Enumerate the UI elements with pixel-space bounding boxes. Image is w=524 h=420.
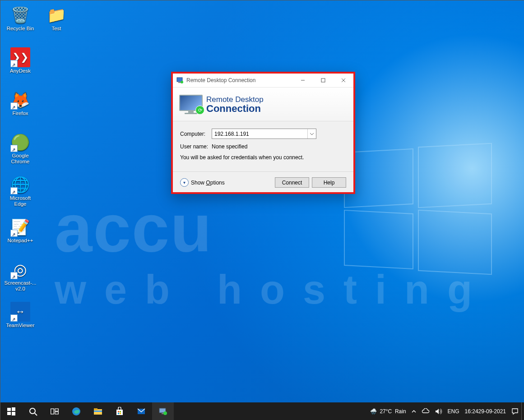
minimize-button[interactable]	[292, 74, 313, 87]
chevron-down-icon: ▾	[180, 178, 189, 187]
svg-rect-13	[51, 409, 54, 414]
svg-rect-14	[55, 409, 58, 411]
teamviewer-icon: ↔	[10, 302, 30, 322]
firefox-label: Firefox	[12, 111, 28, 116]
remote-desktop-connection-window: Remote Desktop Connection ⟳ Remote Deskt…	[171, 72, 355, 194]
desktop-icon-anydesk[interactable]: ❯❯AnyDesk	[3, 47, 37, 83]
screencast-icon: ◎	[10, 259, 30, 279]
svg-rect-24	[120, 413, 121, 414]
clock-time: 16:24	[465, 408, 478, 415]
firefox-icon: 🦊	[10, 90, 30, 110]
tray-clock[interactable]: 16:24 29-09-2021	[462, 402, 509, 420]
svg-rect-10	[12, 412, 15, 415]
tray-language[interactable]: ENG	[445, 402, 462, 420]
search-button[interactable]	[22, 402, 44, 420]
desktop-icon-notepadpp[interactable]: 📝Notepad++	[3, 217, 37, 253]
tray-onedrive-icon[interactable]	[419, 402, 432, 420]
tray-overflow-button[interactable]	[409, 402, 419, 420]
svg-point-11	[30, 408, 35, 414]
windows-logo-wallpaper	[344, 145, 493, 271]
weather-temp: 27°C	[380, 408, 392, 415]
show-options-label: Show Options	[191, 180, 225, 186]
taskbar-app-rdc[interactable]	[152, 402, 174, 420]
anydesk-icon: ❯❯	[10, 47, 30, 67]
desktop-icon-recycle-bin[interactable]: 🗑️Recycle Bin	[3, 5, 37, 41]
computer-label: Computer:	[180, 131, 212, 137]
svg-rect-23	[118, 413, 119, 414]
chrome-label: Google Chrome	[4, 153, 37, 165]
help-button[interactable]: Help	[312, 177, 346, 188]
credentials-hint: You will be asked for credentials when y…	[180, 154, 346, 161]
rdc-app-icon	[176, 77, 184, 84]
svg-rect-9	[7, 412, 11, 415]
edge-icon: 🌐	[10, 175, 30, 194]
show-options-toggle[interactable]: ▾ Show Options	[180, 178, 225, 187]
tray-volume-icon[interactable]	[432, 402, 445, 420]
banner-line2: Connection	[206, 104, 264, 113]
svg-rect-8	[12, 407, 15, 411]
connect-button[interactable]: Connect	[275, 177, 309, 188]
username-label: User name:	[180, 143, 212, 150]
notepadpp-icon: 📝	[10, 217, 30, 237]
desktop-icon-teamviewer[interactable]: ↔TeamViewer	[3, 302, 37, 338]
maximize-button[interactable]	[313, 74, 333, 87]
clock-date: 29-09-2021	[478, 408, 506, 415]
taskbar-app-edge[interactable]	[65, 402, 87, 420]
rdc-banner-icon: ⟳	[179, 95, 203, 114]
edge-label: Microsoft Edge	[4, 195, 37, 207]
anydesk-label: AnyDesk	[10, 68, 31, 74]
svg-rect-21	[118, 411, 119, 412]
chrome-icon: 🟢	[10, 132, 30, 152]
window-title: Remote Desktop Connection	[186, 77, 255, 83]
teamviewer-label: TeamViewer	[6, 323, 34, 328]
task-view-button[interactable]	[44, 402, 65, 420]
svg-rect-4	[321, 78, 325, 82]
computer-input[interactable]	[212, 129, 307, 138]
desktop-icon-edge[interactable]: 🌐Microsoft Edge	[3, 175, 37, 211]
window-titlebar[interactable]: Remote Desktop Connection	[173, 74, 353, 88]
svg-rect-22	[120, 411, 121, 412]
dialog-banner: ⟳ Remote Desktop Connection	[173, 88, 353, 121]
weather-icon: 🌧️	[370, 408, 377, 415]
system-tray: 🌧️ 27°C Rain ENG 16:24 29-09-2021	[367, 402, 524, 420]
computer-dropdown-button[interactable]	[307, 129, 316, 138]
taskbar-app-store[interactable]	[109, 402, 130, 420]
test-folder-icon: 📁	[46, 5, 66, 25]
recycle-bin-icon: 🗑️	[10, 5, 30, 25]
desktop-icon-firefox[interactable]: 🦊Firefox	[3, 90, 37, 126]
desktop-icon-chrome[interactable]: 🟢Google Chrome	[3, 132, 37, 168]
svg-line-12	[35, 413, 37, 415]
notepadpp-label: Notepad++	[8, 238, 33, 244]
show-desktop-button[interactable]	[521, 402, 524, 420]
svg-rect-19	[94, 411, 102, 412]
weather-cond: Rain	[395, 408, 406, 415]
screencast-label: Screencast-... v2.0	[4, 280, 37, 292]
taskbar: 🌧️ 27°C Rain ENG 16:24 29-09-2021	[0, 402, 524, 420]
test-folder-label: Test	[51, 26, 61, 32]
svg-rect-7	[7, 408, 11, 411]
computer-combobox[interactable]	[212, 129, 316, 139]
svg-point-2	[181, 81, 183, 83]
taskbar-app-explorer[interactable]	[87, 402, 109, 420]
username-value: None specified	[212, 143, 247, 150]
taskbar-app-mail[interactable]	[130, 402, 152, 420]
tray-notifications-icon[interactable]	[509, 402, 521, 420]
svg-rect-18	[94, 408, 97, 410]
weather-widget[interactable]: 🌧️ 27°C Rain	[367, 402, 408, 420]
recycle-bin-label: Recycle Bin	[7, 26, 34, 32]
desktop-icon-test-folder[interactable]: 📁Test	[39, 5, 74, 41]
svg-point-28	[163, 411, 167, 415]
svg-rect-15	[55, 412, 58, 414]
desktop-icon-screencast[interactable]: ◎Screencast-... v2.0	[3, 259, 37, 295]
close-button[interactable]	[333, 74, 353, 87]
start-button[interactable]	[0, 402, 22, 420]
